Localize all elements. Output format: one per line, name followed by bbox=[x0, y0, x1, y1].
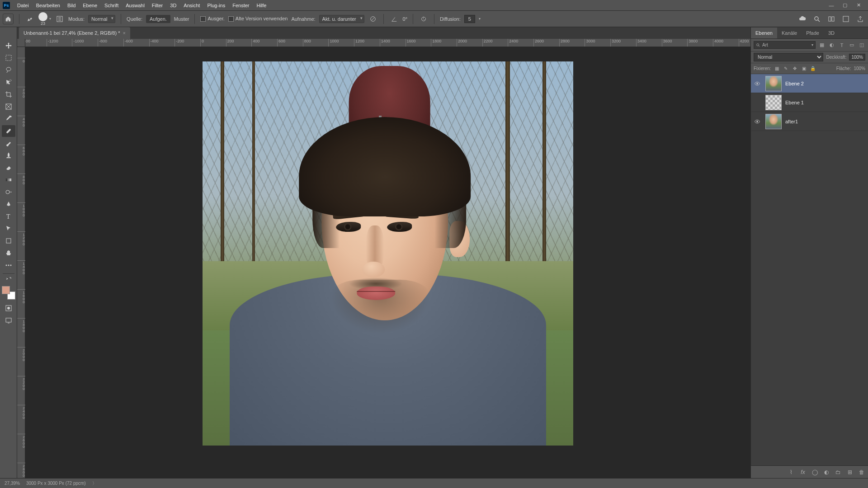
window-close-button[interactable]: ✕ bbox=[852, 1, 865, 10]
quickmask-tool[interactable] bbox=[2, 302, 15, 314]
healing-brush-tool[interactable] bbox=[2, 125, 15, 137]
menu-plugins[interactable]: Plug-ins bbox=[203, 1, 229, 10]
layer-mask-icon[interactable]: ◯ bbox=[811, 469, 818, 476]
filter-smart-icon[interactable]: ◫ bbox=[858, 42, 865, 49]
sample-select[interactable]: Akt. u. darunter bbox=[319, 15, 364, 23]
search-icon[interactable] bbox=[812, 14, 822, 24]
link-layers-icon[interactable]: ⌇ bbox=[788, 469, 795, 476]
zoom-level[interactable]: 27,39% bbox=[5, 481, 20, 486]
horizontal-ruler[interactable]: -400-1200-1000-800-600-400-2000200400600… bbox=[25, 39, 750, 47]
brush-settings-button[interactable] bbox=[55, 14, 65, 24]
layer-fx-icon[interactable]: fx bbox=[799, 469, 807, 476]
layer-filter-type[interactable]: Art ▾ bbox=[754, 41, 816, 49]
menu-filter[interactable]: Filter bbox=[148, 1, 166, 10]
menu-datei[interactable]: Datei bbox=[14, 1, 33, 10]
tab-3d[interactable]: 3D bbox=[824, 28, 839, 38]
brush-tool[interactable] bbox=[2, 137, 15, 149]
type-tool[interactable]: T bbox=[2, 211, 15, 222]
crop-tool[interactable] bbox=[2, 89, 15, 100]
angle-value[interactable]: 0° bbox=[403, 16, 408, 22]
swap-colors-icon[interactable] bbox=[2, 276, 15, 282]
menu-ebene[interactable]: Ebene bbox=[79, 1, 101, 10]
source-pattern-button[interactable]: Muster bbox=[174, 16, 189, 22]
layer-blend-mode-select[interactable]: Normal bbox=[754, 53, 823, 61]
brush-preset-picker[interactable]: 23 ▾ bbox=[38, 12, 51, 26]
layer-name[interactable]: after1 bbox=[785, 119, 798, 124]
info-arrow-icon[interactable]: 〉 bbox=[92, 480, 97, 487]
document-info[interactable]: 3000 Px x 3000 Px (72 ppcm) bbox=[26, 481, 86, 486]
eyedropper-tool[interactable] bbox=[2, 113, 15, 125]
layer-row[interactable]: Ebene 2 bbox=[751, 74, 868, 93]
lock-pixels-icon[interactable]: ✎ bbox=[783, 66, 789, 72]
path-select-tool[interactable] bbox=[2, 223, 15, 235]
screenmode-tool[interactable] bbox=[2, 314, 15, 326]
lock-artboard-icon[interactable]: ▣ bbox=[801, 66, 807, 72]
window-maximize-button[interactable]: ▢ bbox=[838, 1, 852, 10]
layer-thumbnail[interactable] bbox=[765, 76, 782, 91]
menu-schrift[interactable]: Schrift bbox=[101, 1, 122, 10]
chevron-down-icon[interactable]: ▾ bbox=[479, 17, 481, 21]
pressure-icon[interactable] bbox=[419, 14, 429, 24]
home-button[interactable] bbox=[3, 14, 14, 24]
blend-mode-select[interactable]: Normal bbox=[88, 15, 115, 23]
layer-name[interactable]: Ebene 1 bbox=[785, 100, 804, 105]
menu-auswahl[interactable]: Auswahl bbox=[122, 1, 148, 10]
filter-adjustment-icon[interactable]: ◐ bbox=[828, 42, 835, 49]
tab-ebenen[interactable]: Ebenen bbox=[751, 28, 777, 38]
document-tab[interactable]: Unbenannt-1 bei 27,4% (Ebene 2, RGB/8) *… bbox=[19, 27, 130, 39]
opacity-value[interactable]: 100% bbox=[849, 54, 865, 61]
filter-type-icon[interactable]: T bbox=[838, 42, 845, 49]
gradient-tool[interactable] bbox=[2, 174, 15, 186]
adjustment-layer-icon[interactable]: ◐ bbox=[823, 469, 830, 476]
eraser-tool[interactable] bbox=[2, 162, 15, 174]
diffusion-value[interactable]: 5 bbox=[464, 15, 475, 23]
menu-bild[interactable]: Bild bbox=[64, 1, 79, 10]
source-sampled-button[interactable]: Aufgen. bbox=[146, 15, 170, 23]
aligned-checkbox[interactable]: Ausger. bbox=[200, 16, 224, 22]
quick-select-tool[interactable] bbox=[2, 76, 15, 88]
menu-fenster[interactable]: Fenster bbox=[229, 1, 253, 10]
dodge-tool[interactable] bbox=[2, 186, 15, 198]
arrange-docs-icon[interactable] bbox=[826, 14, 836, 24]
new-layer-icon[interactable]: ⊞ bbox=[846, 469, 854, 476]
menu-3d[interactable]: 3D bbox=[166, 1, 180, 10]
more-tools[interactable] bbox=[2, 259, 15, 271]
tool-preset-icon[interactable] bbox=[25, 14, 35, 24]
lock-transparency-icon[interactable]: ▦ bbox=[774, 66, 780, 72]
layer-row[interactable]: after1 bbox=[751, 112, 868, 131]
workspace-icon[interactable] bbox=[841, 14, 851, 24]
filter-shape-icon[interactable]: ▭ bbox=[848, 42, 855, 49]
layer-thumbnail[interactable] bbox=[765, 114, 782, 129]
close-tab-icon[interactable]: × bbox=[123, 30, 125, 36]
menu-bearbeiten[interactable]: Bearbeiten bbox=[33, 1, 64, 10]
layer-visibility-toggle[interactable] bbox=[753, 118, 762, 125]
move-tool[interactable] bbox=[2, 40, 15, 52]
lock-position-icon[interactable]: ✥ bbox=[792, 66, 798, 72]
share-icon[interactable] bbox=[855, 14, 865, 24]
vertical-ruler[interactable]: 0200400600800100012001400160018002000220… bbox=[17, 47, 25, 478]
delete-layer-icon[interactable]: 🗑 bbox=[858, 469, 865, 476]
frame-tool[interactable] bbox=[2, 101, 15, 113]
tab-pfade[interactable]: Pfade bbox=[802, 28, 824, 38]
menu-hilfe[interactable]: Hilfe bbox=[253, 1, 270, 10]
cloud-docs-icon[interactable] bbox=[797, 14, 807, 24]
layer-thumbnail[interactable] bbox=[765, 95, 782, 110]
hand-tool[interactable] bbox=[2, 247, 15, 259]
group-layers-icon[interactable]: 🗀 bbox=[835, 469, 842, 476]
pen-tool[interactable] bbox=[2, 198, 15, 210]
tab-kanaele[interactable]: Kanäle bbox=[777, 28, 802, 38]
marquee-tool[interactable] bbox=[2, 52, 15, 64]
canvas[interactable] bbox=[25, 47, 750, 478]
shape-tool[interactable] bbox=[2, 235, 15, 247]
window-minimize-button[interactable]: — bbox=[825, 1, 838, 10]
foreground-color-swatch[interactable] bbox=[2, 286, 10, 294]
layer-name[interactable]: Ebene 2 bbox=[785, 81, 804, 86]
layer-row[interactable]: Ebene 1 bbox=[751, 93, 868, 112]
legacy-checkbox[interactable]: Alte Version verwenden bbox=[228, 16, 288, 22]
menu-ansicht[interactable]: Ansicht bbox=[180, 1, 203, 10]
color-swatches[interactable] bbox=[2, 286, 15, 300]
clone-stamp-tool[interactable] bbox=[2, 150, 15, 161]
lock-all-icon[interactable]: 🔒 bbox=[810, 66, 816, 72]
ignore-adjustment-icon[interactable] bbox=[368, 14, 378, 24]
filter-pixels-icon[interactable]: ▦ bbox=[818, 42, 826, 49]
